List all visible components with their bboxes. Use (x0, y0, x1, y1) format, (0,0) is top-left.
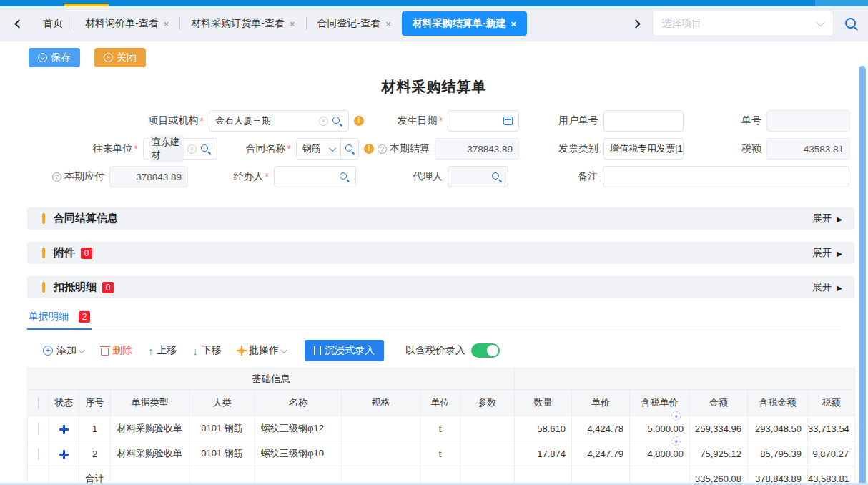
save-button[interactable]: 保存 (29, 48, 80, 67)
delete-row-button[interactable]: 删除 (101, 344, 132, 357)
tab-material-inquiry[interactable]: 材料询价单-查看 (74, 11, 179, 36)
close-circle-icon (104, 53, 113, 62)
top-nav-active-marker (64, 4, 109, 6)
info-icon[interactable] (354, 116, 364, 126)
search-icon[interactable] (844, 17, 858, 31)
col-price: 单价 (572, 390, 630, 416)
section-contract-settlement[interactable]: 合同结算信息 展开 (27, 207, 854, 230)
row-checkbox[interactable] (38, 423, 39, 435)
section-deduction-detail[interactable]: 扣抵明细 0 展开 (27, 276, 854, 298)
project-select[interactable]: 选择项目 (652, 11, 834, 36)
date-input[interactable] (448, 110, 519, 132)
immersive-entry-button[interactable]: 沉浸式录入 (305, 340, 384, 361)
contract-field: 合同名称* 钢筋 (230, 138, 374, 160)
tab-contract-register[interactable]: 合同登记-查看 (307, 11, 402, 36)
tab-document-detail[interactable]: 单据明细 2 (27, 310, 92, 330)
row-checkbox[interactable] (38, 448, 39, 460)
tabs-back-icon[interactable] (14, 19, 24, 29)
col-status: 状态 (49, 390, 79, 416)
required-marker: * (134, 143, 138, 155)
user-no-input[interactable] (603, 110, 684, 132)
delete-icon (101, 348, 109, 356)
calendar-icon[interactable] (503, 117, 513, 125)
add-icon (43, 346, 53, 356)
project-field: 项目或机构* 金石大厦三期 (127, 110, 364, 132)
search-icon[interactable] (332, 116, 342, 127)
chevron-down-icon (78, 346, 85, 353)
clear-icon[interactable] (187, 144, 197, 154)
tax-field: 税额 43583.81 (716, 138, 850, 160)
col-seq: 序号 (79, 390, 111, 416)
remark-field: 备注 (563, 166, 849, 187)
invoice-field: 发票类别 增值税专用发票|13 (538, 138, 684, 160)
collapsible-sections: 合同结算信息 展开 附件 0 展开 扣抵明细 0 展开 (0, 207, 868, 298)
tab-settlement-new[interactable]: 材料采购结算单-新建 (402, 11, 527, 36)
expand-icon (837, 248, 842, 258)
search-icon[interactable] (345, 144, 355, 155)
batch-ops-button[interactable]: 批操作 (237, 344, 287, 357)
col-tax-amount: 含税金额 (748, 390, 808, 416)
row-status-icon[interactable] (59, 425, 69, 434)
col-param: 参数 (460, 390, 515, 416)
col-qty: 数量 (515, 390, 572, 416)
add-row-button[interactable]: 添加 (43, 344, 85, 357)
col-category: 大类 (189, 390, 255, 416)
settle-field: 本期结算 378843.89 (363, 138, 519, 160)
handler-input[interactable] (274, 166, 356, 187)
detail-count-badge: 2 (79, 311, 90, 323)
section-accent-bar (42, 248, 45, 258)
agent-input[interactable] (448, 166, 508, 187)
settlement-form: 项目或机构* 金石大厦三期 发生日期* 用户单号 单号 (0, 110, 868, 187)
col-unit: 单位 (420, 390, 460, 416)
col-doc-type: 单据类型 (111, 390, 189, 416)
expand-control[interactable]: 展开 (812, 212, 842, 225)
contract-select[interactable]: 钢筋 (296, 138, 359, 160)
search-icon[interactable] (491, 172, 502, 182)
move-down-button[interactable]: 下移 (193, 344, 222, 357)
col-tax-price: 含税单价 (630, 390, 690, 416)
vendor-field: 往来单位* 宜东建材 (77, 138, 217, 160)
tab-home[interactable]: 首页 (32, 11, 74, 36)
expand-control[interactable]: 展开 (812, 281, 842, 294)
help-icon[interactable] (52, 172, 61, 182)
close-icon[interactable] (164, 19, 169, 29)
clear-icon[interactable] (319, 117, 328, 126)
section-attachments[interactable]: 附件 0 展开 (27, 242, 854, 264)
modified-flag-icon (671, 411, 681, 421)
search-icon[interactable] (200, 144, 211, 155)
detail-tabs: 单据明细 2 (27, 310, 841, 330)
tax-price-toggle[interactable] (471, 343, 500, 358)
detail-table: 基础信息 状态 序号 单据类型 大类 名称 规格 单位 参数 数量 单价 含税单… (27, 368, 855, 485)
vendor-input[interactable]: 宜东建材 (143, 138, 217, 160)
close-button[interactable]: 关闭 (94, 48, 146, 67)
close-icon[interactable] (290, 19, 295, 29)
help-icon[interactable] (378, 144, 387, 154)
section-accent-bar (42, 282, 45, 293)
project-select-placeholder: 选择项目 (661, 17, 819, 30)
move-up-button[interactable]: 上移 (148, 344, 177, 357)
project-input[interactable]: 金石大厦三期 (209, 110, 349, 132)
search-icon[interactable] (339, 172, 350, 182)
move-down-icon (193, 346, 199, 356)
doc-no-field: 单号 (716, 110, 850, 132)
doc-no-input (766, 110, 850, 132)
expand-control[interactable]: 展开 (812, 247, 842, 260)
user-no-field: 用户单号 (538, 110, 684, 132)
payable-input: 378843.89 (109, 166, 188, 187)
col-spec: 规格 (342, 390, 420, 416)
tab-purchase-order[interactable]: 材料采购订货单-查看 (180, 11, 305, 36)
close-icon[interactable] (385, 19, 391, 29)
table-group-amounts (515, 368, 855, 390)
row-status-icon[interactable] (59, 450, 69, 459)
tax-price-toggle-label: 以含税价录入 (405, 344, 465, 357)
remark-input[interactable] (603, 166, 849, 187)
col-tax: 税额 (808, 390, 855, 416)
close-icon[interactable] (511, 19, 516, 29)
invoice-input[interactable]: 增值税专用发票|13 (603, 138, 684, 160)
page-scrollbar[interactable] (859, 66, 866, 485)
tabs-forward-icon[interactable] (631, 19, 641, 29)
tax-input: 43583.81 (766, 138, 850, 160)
immersive-icon (314, 346, 321, 355)
select-all-checkbox[interactable] (38, 397, 39, 409)
modified-flag-icon (671, 436, 681, 446)
